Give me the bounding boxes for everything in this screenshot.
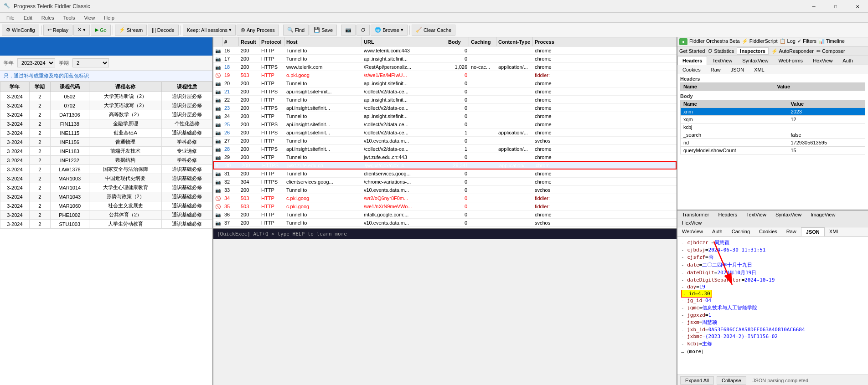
session-row[interactable]: 🚫 19 503 HTTP o.pki.goog /s/we1/Es/MFIwU… (213, 71, 677, 79)
json-line[interactable]: - jg_id=04 (680, 297, 865, 304)
term-select[interactable]: 2 (72, 58, 109, 67)
tab-textview[interactable]: TextView (707, 56, 737, 65)
tab-auth[interactable]: Auth (837, 56, 858, 65)
session-row[interactable]: 📷 28 200 HTTPS api.insight.sitefinit... … (213, 145, 677, 153)
table-row[interactable]: 3-20242FIN1138金融学原理个性化选修 (0, 119, 212, 128)
json-line[interactable]: - jxb_id=0A53E686CCAA58DEE063A40810AC668… (680, 326, 865, 333)
bsubtab-auth[interactable]: Auth (708, 227, 727, 236)
log-label[interactable]: 📋 Log (780, 38, 796, 45)
session-row[interactable]: ℹ 30 200 HTTPS jwxt.zufe.edu.cn /jwglxt/… (213, 161, 677, 169)
tab-syntaxview[interactable]: SyntaxView (737, 56, 773, 65)
replay-button[interactable]: ↩ Replay (43, 25, 72, 36)
table-row[interactable]: 3-20242INF1156普通物理学科必修 (0, 138, 212, 147)
btab-headers[interactable]: Headers (714, 210, 742, 219)
session-row[interactable]: 📷 27 200 HTTP Tunnel to v10.events.data.… (213, 137, 677, 145)
session-row[interactable]: 📷 29 200 HTTP Tunnel to jwt.zufe.edu.cn:… (213, 153, 677, 161)
subtab-raw[interactable]: Raw (706, 65, 726, 74)
table-row[interactable]: 3-202420702大学英语读写（2）通识分层必修 (0, 101, 212, 110)
btab-textview[interactable]: TextView (742, 210, 771, 219)
body-row[interactable]: _searchfalse (681, 131, 865, 139)
winconfig-button[interactable]: ⚙ WinConfig (2, 25, 39, 36)
session-row[interactable]: 📷 21 200 HTTPS api.insight.siteFinit... … (213, 87, 677, 96)
session-row[interactable]: 📷 20 200 HTTP Tunnel to api.insight.site… (213, 79, 677, 87)
minimize-button[interactable]: ─ (803, 0, 824, 13)
table-row[interactable]: 3-20242MAR1043形势与政策（2）通识基础必修 (0, 192, 212, 201)
tab-headers[interactable]: Headers (677, 56, 707, 65)
session-row[interactable]: 📷 22 200 HTTP Tunnel to api.insight.site… (213, 96, 677, 104)
inspectors-btn[interactable]: Inspectors (737, 47, 769, 55)
session-row[interactable]: 📷 38 200 HTTP Tunnel to android.clients.… (213, 227, 677, 228)
go-button[interactable]: ▶ Go (91, 25, 111, 36)
json-line[interactable]: - jxbmc=(2023-2024-2)-INF1156-02 (680, 333, 865, 340)
json-line[interactable]: - jgpxzd=1 (680, 312, 865, 318)
table-row[interactable]: 3-20242INF1232数据结构学科必修 (0, 156, 212, 165)
btab-hexview[interactable]: HexView (677, 219, 706, 227)
session-row[interactable]: 📷 24 200 HTTP Tunnel to api.insight.site… (213, 112, 677, 120)
decode-button[interactable]: ||| Decode (148, 25, 179, 36)
session-row[interactable]: 📷 25 200 HTTPS api.insight.sitefinit... … (213, 120, 677, 128)
json-line[interactable]: - dateDigit=2024年10月19日 (680, 269, 865, 277)
session-row[interactable]: 🚫 35 503 HTTP c.pki.goog /we1/nXrN9meVWo… (213, 202, 677, 210)
collapse-button[interactable]: Collapse (717, 376, 746, 385)
clear-cache-button[interactable]: 🧹 Clear Cache (412, 25, 455, 36)
table-row[interactable]: 3-20242INF1183前端开发技术专业选修 (0, 147, 212, 156)
menu-edit[interactable]: Edit (20, 14, 36, 21)
json-line[interactable]: - kcbj=主修 (680, 340, 865, 348)
browse-button[interactable]: 🌐 Browse ▾ (371, 25, 408, 36)
statistics-btn[interactable]: ⏱ Statistics (708, 48, 734, 54)
tab-hexview[interactable]: HexView (808, 56, 837, 65)
json-line[interactable]: - day=19 (680, 283, 865, 290)
table-row[interactable]: 3-202420502大学英语听说（2）通识分层必修 (0, 92, 212, 101)
body-row[interactable]: nd1729305613595 (681, 139, 865, 147)
bsubtab-cookies[interactable]: Cookies (754, 227, 782, 236)
session-row[interactable]: 📷 17 200 HTTP Tunnel to api.insight.site… (213, 55, 677, 63)
timer-button[interactable]: ⏱ (356, 25, 370, 36)
get-started-btn[interactable]: Get Started (679, 48, 705, 54)
bsubtab-json[interactable]: JSON (801, 227, 825, 236)
subtab-xml[interactable]: XML (749, 65, 770, 74)
json-line[interactable]: - jgmc=信息技术与人工智能学院 (680, 304, 865, 312)
menu-view[interactable]: View (81, 14, 99, 21)
bsubtab-webview[interactable]: WebView (677, 227, 708, 236)
menu-rules[interactable]: Rules (38, 14, 58, 21)
body-row[interactable]: xqm12 (681, 116, 865, 123)
timeline-label[interactable]: 📊 Timeline (818, 38, 845, 45)
menu-tools[interactable]: Tools (60, 14, 79, 21)
json-line[interactable]: - cjbdsj=2024-06-30 11:31:51 (680, 246, 865, 253)
btab-transformer[interactable]: Transformer (677, 210, 714, 219)
table-row[interactable]: 3-20242INE1115创业基础A通识基础必修 (0, 128, 212, 138)
table-row[interactable]: 3-20242LAW1378国家安全与法治保障通识基础必修 (0, 165, 212, 174)
table-row[interactable]: 3-20242DAT1306高等数学（2）通识分层必修 (0, 110, 212, 119)
keep-sessions-button[interactable]: Keep: All sessions ▾ (183, 25, 236, 36)
session-row[interactable]: 📷 33 200 HTTP Tunnel to v10.events.data.… (213, 186, 677, 194)
screenshot-button[interactable]: 📷 (341, 25, 356, 36)
session-body[interactable]: 📷 16 200 HTTP Tunnel to www.telerik.com:… (213, 46, 677, 228)
btab-imageview[interactable]: ImageView (806, 210, 840, 219)
table-row[interactable]: 3-20242MAR1014大学生心理健康教育通识基础必修 (0, 183, 212, 192)
tab-webforms[interactable]: WebForms (774, 56, 808, 65)
bsubtab-raw[interactable]: Raw (782, 227, 801, 236)
session-row[interactable]: 📷 37 200 HTTP Tunnel to v10.events.data.… (213, 219, 677, 227)
json-line[interactable]: - id=4.30 (680, 290, 865, 297)
session-row[interactable]: 📷 31 200 HTTP Tunnel to clientservices.g… (213, 169, 677, 178)
find-button[interactable]: 🔍 Find (283, 25, 309, 36)
menu-help[interactable]: Help (100, 14, 118, 21)
maximize-button[interactable]: □ (825, 0, 846, 13)
json-line[interactable]: - cjbdczr =周慧颖 (680, 239, 865, 246)
body-row[interactable]: kcbj (681, 123, 865, 131)
session-row[interactable]: 📷 32 304 HTTPS clientservices.goog... /c… (213, 178, 677, 186)
session-row[interactable]: 📷 26 200 HTTPS api.insight.sitefinit... … (213, 128, 677, 137)
expand-all-button[interactable]: Expand All (680, 376, 714, 385)
btab-syntaxview[interactable]: SyntaxView (771, 210, 806, 219)
filters-label[interactable]: ✓ Filters (797, 38, 816, 45)
table-row[interactable]: 3-20242MAR1060社会主义发展史通识基础必修 (0, 201, 212, 210)
fiddlerscript-label[interactable]: ⚡ FiddlerScript (742, 38, 778, 45)
cross-button[interactable]: ✕ ▾ (73, 25, 90, 36)
session-row[interactable]: 📷 23 200 HTTPS api.insight.sitefinit... … (213, 104, 677, 112)
close-button[interactable]: ✕ (847, 0, 868, 13)
session-row[interactable]: 📷 16 200 HTTP Tunnel to www.telerik.com:… (213, 46, 677, 55)
json-line[interactable]: - date=二〇二四年十月十九日 (680, 261, 865, 269)
stream-button[interactable]: ⚡ Stream (115, 25, 147, 36)
save-button[interactable]: 💾 Save (310, 25, 337, 36)
body-row[interactable]: xnm2023 (681, 108, 865, 116)
